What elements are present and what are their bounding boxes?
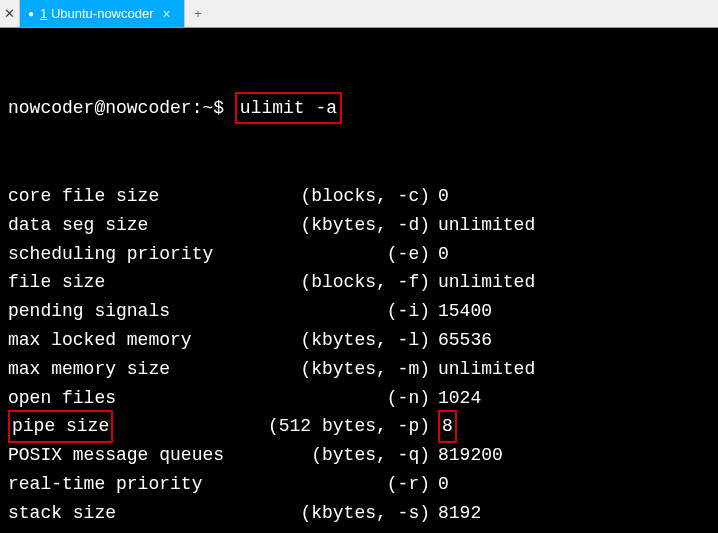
limit-name: real-time priority: [8, 470, 252, 499]
limit-value: unlimited: [430, 268, 535, 297]
command-highlight: ulimit -a: [235, 92, 342, 125]
prompt-line: nowcoder@nowcoder:~$ ulimit -a: [8, 92, 710, 125]
limit-name: stack size: [8, 499, 252, 528]
limit-value: 0: [430, 182, 449, 211]
limit-name: pending signals: [8, 297, 252, 326]
limit-value: unlimited: [430, 528, 535, 533]
limit-row: cpu time(seconds, -t)unlimited: [8, 528, 710, 533]
limit-spec: (blocks, -f): [252, 268, 430, 297]
limit-spec: (seconds, -t): [252, 528, 430, 533]
close-all-tabs-button[interactable]: ✕: [0, 0, 20, 27]
limit-spec: (kbytes, -d): [252, 211, 430, 240]
limit-name: pipe size: [8, 412, 252, 441]
limit-name: scheduling priority: [8, 240, 252, 269]
plus-icon: +: [194, 6, 202, 21]
limit-value: 1024: [430, 384, 481, 413]
limit-row: open files(-n)1024: [8, 384, 710, 413]
limit-value: 0: [430, 240, 449, 269]
ulimit-output: core file size(blocks, -c)0data seg size…: [8, 182, 710, 533]
limit-name: core file size: [8, 182, 252, 211]
limit-value: 8192: [430, 499, 481, 528]
limit-name: file size: [8, 268, 252, 297]
limit-value: unlimited: [430, 355, 535, 384]
limit-name: max memory size: [8, 355, 252, 384]
limit-row: real-time priority(-r)0: [8, 470, 710, 499]
limit-row: core file size(blocks, -c)0: [8, 182, 710, 211]
limit-spec: (blocks, -c): [252, 182, 430, 211]
limit-row: max memory size(kbytes, -m)unlimited: [8, 355, 710, 384]
new-tab-button[interactable]: +: [184, 0, 212, 27]
limit-row: data seg size(kbytes, -d)unlimited: [8, 211, 710, 240]
limit-name: max locked memory: [8, 326, 252, 355]
limit-row: pending signals(-i)15400: [8, 297, 710, 326]
limit-name: open files: [8, 384, 252, 413]
limit-spec: (kbytes, -m): [252, 355, 430, 384]
tab-ubuntu-nowcoder[interactable]: ● 1 Ubuntu-nowcoder ×: [20, 0, 184, 27]
limit-row: pipe size(512 bytes, -p)8: [8, 412, 710, 441]
limit-row: scheduling priority(-e)0: [8, 240, 710, 269]
close-icon: ✕: [4, 6, 15, 21]
limit-spec: (bytes, -q): [252, 441, 430, 470]
limit-spec: (-e): [252, 240, 430, 269]
limit-row: stack size(kbytes, -s)8192: [8, 499, 710, 528]
limit-spec: (-n): [252, 384, 430, 413]
limit-value: unlimited: [430, 211, 535, 240]
terminal-output[interactable]: nowcoder@nowcoder:~$ ulimit -a core file…: [0, 28, 718, 533]
limit-name: data seg size: [8, 211, 252, 240]
limit-row: file size(blocks, -f)unlimited: [8, 268, 710, 297]
tab-bar: ✕ ● 1 Ubuntu-nowcoder × +: [0, 0, 718, 28]
tab-status-dot-icon: ●: [28, 8, 34, 19]
prompt-text: nowcoder@nowcoder:~$: [8, 94, 224, 123]
limit-spec: (-i): [252, 297, 430, 326]
limit-value: 819200: [430, 441, 503, 470]
limit-spec: (kbytes, -l): [252, 326, 430, 355]
tab-label: 1 Ubuntu-nowcoder: [40, 6, 153, 21]
limit-value: 8: [430, 412, 457, 441]
limit-row: max locked memory(kbytes, -l)65536: [8, 326, 710, 355]
limit-name: cpu time: [8, 528, 252, 533]
limit-spec: (-r): [252, 470, 430, 499]
limit-value: 0: [430, 470, 449, 499]
limit-name: POSIX message queues: [8, 441, 252, 470]
limit-value: 15400: [430, 297, 492, 326]
limit-row: POSIX message queues(bytes, -q)819200: [8, 441, 710, 470]
limit-spec: (512 bytes, -p): [252, 412, 430, 441]
limit-value: 65536: [430, 326, 492, 355]
tab-close-button[interactable]: ×: [160, 6, 174, 22]
limit-spec: (kbytes, -s): [252, 499, 430, 528]
